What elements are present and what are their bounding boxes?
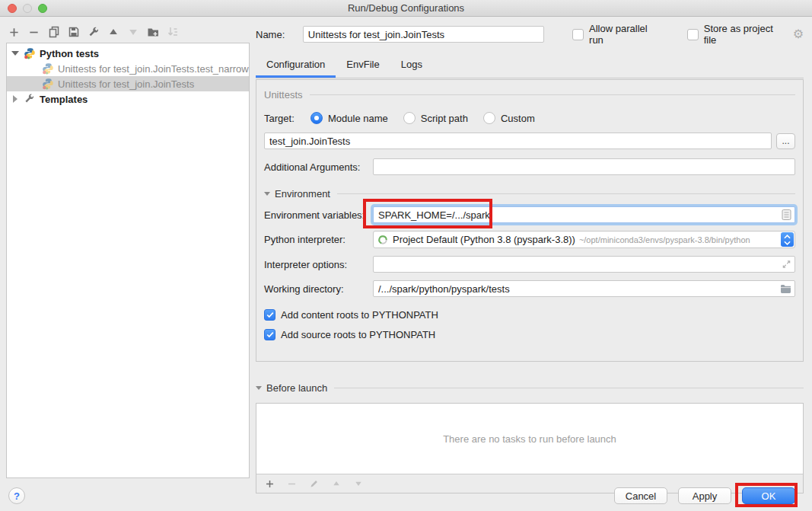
- edit-task-icon: [307, 477, 320, 490]
- name-input[interactable]: [303, 26, 544, 43]
- interpreter-options-input[interactable]: [373, 256, 795, 273]
- radio-module-name-label: Module name: [328, 113, 388, 124]
- target-module-input[interactable]: [264, 133, 772, 149]
- radio-script-path-label: Script path: [421, 113, 468, 124]
- interpreter-options-label: Interpreter options:: [264, 259, 373, 270]
- save-configuration-icon[interactable]: [67, 26, 80, 39]
- unittests-section-label: Unittests: [264, 89, 303, 101]
- tree-item-unittest-jointests[interactable]: Unittests for test_join.JoinTests: [7, 76, 249, 91]
- move-down-icon: [126, 26, 139, 39]
- python-test-icon: [42, 78, 54, 90]
- radio-script-path[interactable]: [403, 112, 416, 124]
- folder-browse-icon[interactable]: [780, 284, 791, 293]
- configuration-editor: Name: Allow parallel run Store as projec…: [256, 23, 804, 493]
- store-as-project-file-label: Store as project file: [704, 23, 788, 46]
- before-launch-tasks-panel: There are no tasks to run before launch: [256, 403, 804, 493]
- add-source-roots-label: Add source roots to PYTHONPATH: [281, 329, 435, 340]
- run-debug-configurations-dialog: Run/Debug Configurations: [0, 0, 812, 511]
- add-task-icon[interactable]: [263, 477, 276, 490]
- radio-module-name[interactable]: [310, 112, 323, 124]
- conda-env-icon: [377, 235, 388, 245]
- environment-section-label: Environment: [275, 188, 330, 200]
- move-up-icon[interactable]: [107, 26, 119, 39]
- environment-variables-input[interactable]: [373, 206, 795, 223]
- working-directory-input[interactable]: [373, 280, 795, 297]
- store-settings-gear-icon[interactable]: ⚙: [793, 28, 804, 40]
- minimize-window-button: [23, 4, 32, 13]
- zoom-window-button[interactable]: [38, 4, 47, 13]
- help-button[interactable]: ?: [8, 487, 25, 504]
- python-tests-icon: [24, 47, 36, 59]
- python-interpreter-value: Project Default (Python 3.8 (pyspark-3.8…: [393, 234, 575, 245]
- tree-item-label: Python tests: [40, 48, 99, 59]
- env-vars-browse-icon[interactable]: [782, 209, 791, 221]
- copy-configuration-icon[interactable]: [47, 26, 60, 39]
- sort-configurations-icon: [166, 26, 179, 39]
- tab-logs[interactable]: Logs: [390, 53, 433, 78]
- remove-configuration-icon[interactable]: [27, 26, 40, 39]
- store-as-project-file-checkbox[interactable]: [687, 29, 699, 40]
- environment-collapse-icon[interactable]: [264, 192, 270, 196]
- name-label: Name:: [256, 29, 303, 40]
- new-folder-icon[interactable]: [146, 26, 159, 39]
- before-launch-collapse-icon[interactable]: [256, 386, 262, 390]
- move-task-down-icon: [352, 477, 365, 490]
- dialog-buttons: Cancel Apply OK: [614, 487, 795, 504]
- radio-custom[interactable]: [483, 112, 495, 124]
- additional-arguments-input[interactable]: [373, 158, 795, 175]
- move-task-up-icon: [330, 477, 342, 490]
- add-content-roots-checkbox[interactable]: [264, 309, 275, 321]
- configuration-panel: Unittests Target: Module name Script pat…: [256, 79, 804, 362]
- allow-parallel-run-option[interactable]: Allow parallel run: [572, 23, 664, 46]
- cancel-button[interactable]: Cancel: [614, 487, 667, 504]
- edit-templates-icon[interactable]: [87, 26, 100, 39]
- environment-variables-label: Environment variables:: [264, 209, 373, 221]
- chevron-right-icon[interactable]: [7, 95, 24, 103]
- tab-configuration[interactable]: Configuration: [256, 53, 336, 78]
- allow-parallel-run-checkbox[interactable]: [572, 29, 584, 40]
- select-stepper-icon[interactable]: [781, 232, 794, 247]
- configurations-toolbar: [8, 24, 250, 40]
- window-title: Run/Debug Configurations: [348, 2, 464, 14]
- radio-custom-label: Custom: [501, 113, 535, 124]
- python-interpreter-label: Python interpreter:: [264, 234, 373, 245]
- python-test-icon: [42, 62, 54, 75]
- additional-arguments-label: Additional Arguments:: [264, 161, 373, 173]
- remove-task-icon: [285, 477, 298, 490]
- close-window-button[interactable]: [8, 4, 17, 13]
- apply-button[interactable]: Apply: [678, 487, 731, 504]
- working-directory-label: Working directory:: [264, 283, 373, 295]
- add-configuration-icon[interactable]: [8, 26, 21, 39]
- tree-item-unittest-narrow[interactable]: Unittests for test_join.JoinTests.test_n…: [7, 61, 249, 76]
- ok-button[interactable]: OK: [742, 487, 795, 504]
- allow-parallel-run-label: Allow parallel run: [589, 23, 664, 46]
- tree-item-templates[interactable]: Templates: [7, 91, 249, 107]
- python-interpreter-select[interactable]: Project Default (Python 3.8 (pyspark-3.8…: [373, 231, 795, 248]
- chevron-down-icon[interactable]: [7, 51, 24, 56]
- tree-item-label: Templates: [40, 94, 88, 105]
- tree-item-python-tests[interactable]: Python tests: [7, 46, 249, 61]
- tree-item-label: Unittests for test_join.JoinTests: [58, 78, 194, 90]
- browse-module-button[interactable]: ...: [776, 133, 795, 149]
- title-bar: Run/Debug Configurations: [0, 0, 812, 17]
- before-launch-section-label: Before launch: [266, 382, 327, 394]
- store-as-project-file-option[interactable]: Store as project file: [687, 23, 788, 46]
- add-content-roots-label: Add content roots to PYTHONPATH: [281, 309, 438, 321]
- configurations-tree: Python tests Unittests for test_join.Joi…: [6, 43, 250, 478]
- templates-wrench-icon: [24, 93, 36, 105]
- tree-item-label: Unittests for test_join.JoinTests.test_n…: [58, 63, 249, 75]
- expand-field-icon[interactable]: [782, 260, 791, 270]
- before-launch-empty-text: There are no tasks to run before launch: [443, 433, 616, 445]
- add-source-roots-checkbox[interactable]: [264, 329, 275, 340]
- tab-bar: Configuration EnvFile Logs: [256, 53, 804, 78]
- tab-envfile[interactable]: EnvFile: [336, 53, 390, 78]
- python-interpreter-path: ~/opt/miniconda3/envs/pyspark-3.8/bin/py…: [579, 235, 750, 244]
